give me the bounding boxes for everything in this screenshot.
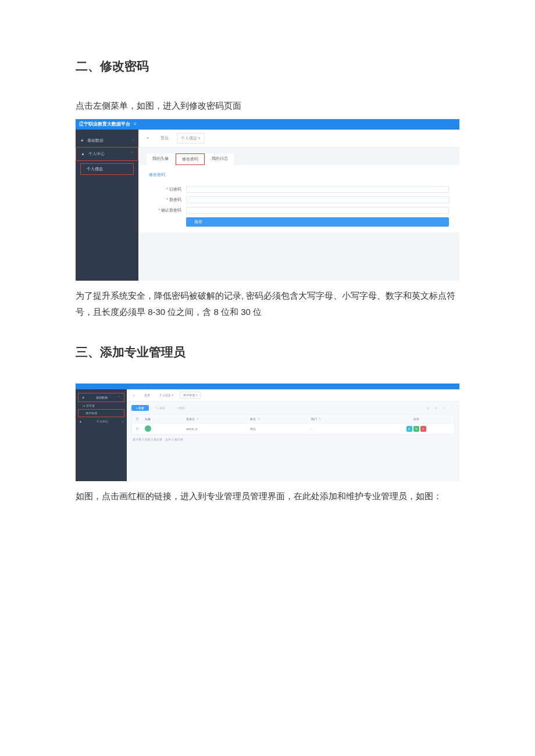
save-button[interactable]: 保存	[186, 217, 449, 227]
breadcrumb-user-mgmt[interactable]: 用户管理 ×	[180, 392, 201, 399]
tab-my-log[interactable]: 我的日志	[206, 153, 234, 165]
breadcrumb-personal-info[interactable]: 个人信息 ×	[156, 392, 176, 398]
label-confirm-password: *确认新密码	[149, 207, 181, 213]
input-new-password[interactable]	[186, 196, 449, 203]
edit-row-button[interactable]: ✎	[413, 426, 419, 432]
hamburger-icon[interactable]: ≡	[134, 121, 137, 127]
breadcrumb-back[interactable]: «	[130, 392, 138, 398]
input-old-password[interactable]	[186, 186, 449, 193]
user-table: ☐ 头像 登录名⇅ 姓名⇅ 部门⇅ 操作 ☐ admin_b 测试 - ⎘	[131, 414, 455, 435]
breadcrumb-back[interactable]: «	[143, 134, 152, 142]
paragraph-intro-1: 点击左侧菜单，如图，进入到修改密码页面	[76, 98, 459, 114]
th-operation: 操作	[378, 417, 454, 421]
user-icon: ▲	[81, 152, 85, 156]
label-old-password: *旧密码	[149, 187, 181, 192]
cell-dept: -	[311, 427, 378, 431]
chevron-right-icon: ›	[133, 138, 134, 142]
sidebar-item-base-data[interactable]: ★ 基础数据 ›	[76, 134, 138, 147]
screenshot-change-password: 辽宁职业教育大数据平台 ≡ ★ 基础数据 › ▲ 个人中心 ˅ 个人信息 « 首…	[76, 119, 459, 281]
section-heading-3: 三、添加专业管理员	[76, 344, 459, 360]
screenshot-user-management: ★ 基础数据 ˅ ㎐ 学年度 用户管理 ▲ 个人中心 › « 首页 个人信息 ×…	[76, 384, 459, 481]
chevron-down-icon: ˅	[119, 396, 120, 399]
sidebar-item-label: 个人中心	[88, 151, 131, 157]
sort-icon: ⇅	[258, 417, 260, 421]
delete-button[interactable]: × 删除	[172, 405, 190, 411]
row-checkbox[interactable]: ☐	[132, 427, 142, 431]
sidebar-sub-personal-info[interactable]: 个人信息	[80, 163, 134, 175]
select-all-checkbox[interactable]: ☐	[132, 417, 142, 421]
sidebar-item-label: 个人中心	[97, 420, 108, 423]
sidebar-item-base-data[interactable]: ★ 基础数据 ˅	[78, 393, 124, 402]
refresh-icon[interactable]: ⟳	[434, 406, 438, 410]
sidebar-sub-academic-year[interactable]: ㎐ 学年度	[76, 402, 127, 409]
panel-title: 修改密码	[138, 166, 459, 180]
sort-icon: ⇅	[197, 417, 199, 421]
chevron-down-icon: ˅	[131, 152, 133, 156]
label-new-password: *新密码	[149, 197, 181, 203]
delete-row-button[interactable]: ×	[420, 426, 426, 432]
app-header-2	[76, 384, 459, 389]
sort-icon: ⇅	[319, 417, 321, 421]
add-button[interactable]: + 新建	[131, 405, 149, 411]
sidebar: ★ 基础数据 › ▲ 个人中心 ˅ 个人信息	[76, 130, 138, 281]
star-icon: ★	[80, 138, 84, 143]
sidebar-item-label: 基础数据	[96, 396, 108, 399]
row-operations: ⎘ ✎ ×	[406, 426, 426, 432]
search-icon[interactable]: Q	[426, 406, 430, 410]
th-name[interactable]: 姓名⇅	[250, 417, 311, 421]
sidebar-item-personal-center[interactable]: ▲ 个人中心 ˅	[76, 147, 138, 161]
edit-button[interactable]: ✎ 修改	[151, 405, 169, 411]
input-confirm-password[interactable]	[186, 207, 449, 214]
table-row: ☐ admin_b 测试 - ⎘ ✎ ×	[132, 423, 454, 434]
paragraph-user-mgmt: 如图，点击画红框的链接，进入到专业管理员管理界面，在此处添加和维护专业管理员，如…	[76, 488, 459, 505]
cell-login: admin_b	[186, 427, 250, 431]
pagination-info: 显示第 1 到第 1 条记录，总共 1 条记录	[127, 435, 459, 444]
user-icon: ▲	[79, 420, 82, 423]
paragraph-password-rule: 为了提升系统安全，降低密码被破解的记录, 密码必须包含大写字母、小写字母、数字和…	[76, 288, 459, 321]
avatar	[145, 425, 151, 432]
star-icon: ★	[82, 396, 84, 399]
sidebar-2: ★ 基础数据 ˅ ㎐ 学年度 用户管理 ▲ 个人中心 ›	[76, 389, 127, 481]
main-content: « 首页 个人信息 × 我的头像 修改密码 我的日志 修改密码 *旧密码 *新密…	[138, 130, 459, 281]
view-button[interactable]: ⎘	[406, 426, 412, 432]
th-login[interactable]: 登录名⇅	[186, 417, 250, 421]
columns-icon[interactable]: ⋮	[450, 406, 455, 410]
app-header: 辽宁职业教育大数据平台 ≡	[76, 119, 459, 130]
breadcrumb-2: « 首页 个人信息 × 用户管理 ×	[127, 389, 459, 402]
chart-icon: ㎐	[83, 404, 85, 407]
section-heading-2: 二、修改密码	[76, 58, 459, 74]
tab-change-password[interactable]: 修改密码	[176, 153, 205, 165]
app-title: 辽宁职业教育大数据平台	[79, 121, 130, 127]
sidebar-item-label: 基础数据	[87, 138, 133, 144]
table-header-row: ☐ 头像 登录名⇅ 姓名⇅ 部门⇅ 操作	[132, 415, 454, 423]
breadcrumb: « 首页 个人信息 ×	[138, 130, 459, 148]
cell-name: 测试	[250, 427, 311, 431]
chevron-right-icon: ›	[122, 420, 123, 423]
password-form: *旧密码 *新密码 *确认新密码 保存	[138, 180, 459, 232]
th-avatar: 头像	[142, 417, 186, 421]
breadcrumb-home[interactable]: 首页	[141, 392, 153, 398]
tab-bar: 我的头像 修改密码 我的日志	[138, 148, 459, 165]
main-content-2: « 首页 个人信息 × 用户管理 × + 新建 ✎ 修改 × 删除 Q ⟳ ⤢ …	[127, 389, 459, 481]
sidebar-item-personal-center[interactable]: ▲ 个人中心 ›	[76, 417, 127, 425]
tab-avatar[interactable]: 我的头像	[147, 153, 174, 165]
breadcrumb-home[interactable]: 首页	[157, 134, 172, 143]
fullscreen-icon[interactable]: ⤢	[442, 406, 447, 410]
sidebar-sub-user-management[interactable]: 用户管理	[78, 409, 124, 417]
th-dept[interactable]: 部门⇅	[311, 417, 378, 421]
breadcrumb-current[interactable]: 个人信息 ×	[177, 133, 205, 144]
table-toolbar: + 新建 ✎ 修改 × 删除 Q ⟳ ⤢ ⋮	[127, 402, 459, 414]
